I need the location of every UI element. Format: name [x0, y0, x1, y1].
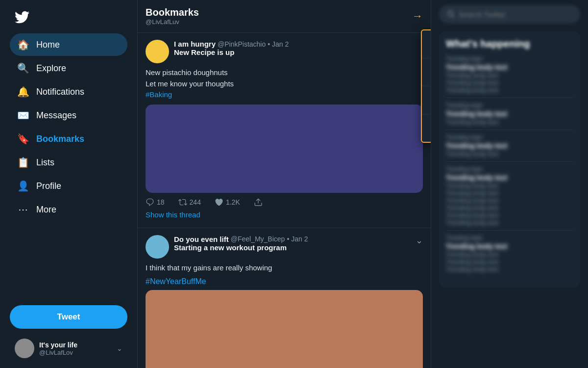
trending-body-sub: Trending body text [446, 86, 573, 94]
sidebar-item-home[interactable]: 🏠 Home [10, 33, 127, 56]
sidebar: 🏠 Home 🔍 Explore 🔔 Notifications ✉️ Mess… [0, 0, 137, 368]
user-info: It's your life @LivLafLov [39, 341, 112, 356]
avatar [146, 40, 169, 63]
search-icon [447, 10, 455, 19]
retweet-action[interactable]: 244 [178, 198, 201, 207]
chevron-down-icon: ⌄ [117, 344, 122, 352]
bookmarks-title-section: Bookmarks @LivLafLuv [146, 7, 199, 26]
trending-body-sub: Trending body text [446, 204, 573, 211]
trending-body-sub: Trending body text [446, 118, 573, 126]
trending-body-sub: Trending body text [446, 251, 573, 258]
trending-body-sub: Trending body text [446, 211, 573, 219]
whats-happening-panel: What's happening Trending topic Trending… [439, 31, 580, 288]
sidebar-item-messages-label: Messages [36, 110, 76, 121]
sidebar-item-notifications[interactable]: 🔔 Notifications [10, 80, 127, 103]
tweet-actions: 18 244 1.2K [146, 198, 423, 207]
trending-body: Trending body text [446, 174, 573, 182]
search-input[interactable] [459, 10, 572, 19]
whats-happening-title: What's happening [446, 38, 573, 50]
trending-body-sub: Trending body text [446, 258, 573, 265]
sidebar-item-more[interactable]: ⋯ More [10, 198, 127, 221]
tweet-date: • Jan 2 [287, 235, 308, 243]
notifications-icon: 🔔 [17, 85, 29, 98]
tweet-image [146, 290, 423, 368]
tweet-author-line: Do you even lift @Feel_My_Bicep • Jan 2 [174, 235, 411, 243]
search-bar[interactable] [439, 5, 580, 24]
home-icon: 🏠 [17, 38, 29, 51]
bookmarks-header: Bookmarks @LivLafLuv → Oldest to Newest … [138, 0, 431, 33]
tweet-author-line: I am hungry @PinkPistachio • Jan 2 [174, 40, 423, 48]
tweet-item[interactable]: Do you even lift @Feel_My_Bicep • Jan 2 … [138, 228, 431, 368]
sidebar-nav: 🏠 Home 🔍 Explore 🔔 Notifications ✉️ Mess… [10, 33, 127, 297]
clear-all-bookmarks-option[interactable]: Clear All Bookmarks [422, 114, 431, 142]
twitter-logo[interactable] [10, 5, 34, 29]
avatar [146, 235, 169, 259]
trending-body-sub: Trending body text [446, 150, 573, 158]
like-action[interactable]: 1.2K [215, 198, 240, 207]
tweet-title: Starting a new workout program [174, 243, 411, 252]
user-handle: @LivLafLov [39, 349, 112, 356]
tweet-button[interactable]: Tweet [10, 305, 127, 329]
trending-topic: Trending topic [446, 102, 573, 109]
trending-body-sub: Trending body text [446, 72, 573, 79]
reply-count: 18 [157, 198, 165, 206]
sort-dropdown-menu: Oldest to Newest Newest to Oldest Search… [421, 29, 431, 143]
avatar [15, 339, 34, 358]
tweet-author-handle: @Feel_My_Bicep [231, 235, 285, 243]
more-options-icon[interactable]: ⌄ [416, 235, 423, 246]
trending-body-sub: Trending body text [446, 79, 573, 86]
tweet-item[interactable]: I am hungry @PinkPistachio • Jan 2 New R… [138, 33, 431, 228]
header-right: → Oldest to Newest Newest to Oldest Sear… [412, 10, 423, 23]
trending-body-sub: Trending body text [446, 182, 573, 189]
sidebar-item-explore[interactable]: 🔍 Explore [10, 57, 127, 79]
trending-section: Trending topic Trending body text Trendi… [446, 134, 573, 162]
bookmarks-icon: 🔖 [17, 132, 29, 145]
tweet-meta: Do you even lift @Feel_My_Bicep • Jan 2 … [174, 235, 411, 254]
like-count: 1.2K [226, 198, 240, 206]
search-bookmarks-option[interactable]: Search Bookmarks [422, 86, 431, 114]
sidebar-item-notifications-label: Notifications [36, 87, 84, 97]
tweet-header: I am hungry @PinkPistachio • Jan 2 New R… [146, 40, 423, 63]
tweet-date: • Jan 2 [268, 40, 289, 48]
trending-topic: Trending topic [446, 134, 573, 141]
reply-action[interactable]: 18 [146, 198, 165, 207]
newest-to-oldest-option[interactable]: Newest to Oldest [422, 58, 431, 86]
trending-body: Trending body text [446, 242, 573, 250]
sidebar-item-messages[interactable]: ✉️ Messages [10, 104, 127, 127]
sidebar-item-profile[interactable]: 👤 Profile [10, 175, 127, 197]
oldest-to-newest-option[interactable]: Oldest to Newest [422, 30, 431, 58]
sidebar-item-bookmarks-label: Bookmarks [36, 134, 84, 144]
arrow-right-icon: → [412, 10, 423, 23]
trending-body-sub: Trending body text [446, 265, 573, 273]
explore-icon: 🔍 [17, 62, 29, 75]
retweet-count: 244 [190, 198, 201, 206]
trending-body-sub: Trending body text [446, 189, 573, 197]
tweet-body: New pistachio doughnutsLet me know your … [146, 67, 423, 101]
tweet-header: Do you even lift @Feel_My_Bicep • Jan 2 … [146, 235, 423, 259]
tweet-author-name: I am hungry [174, 40, 216, 48]
tweet-author-name: Do you even lift [174, 235, 229, 243]
show-thread-link[interactable]: Show this thread [146, 207, 423, 221]
main-content: Bookmarks @LivLafLuv → Oldest to Newest … [137, 0, 431, 368]
bookmarks-handle: @LivLafLuv [146, 18, 199, 26]
share-action[interactable] [254, 198, 263, 207]
trending-section: Trending topic Trending body text Trendi… [446, 102, 573, 130]
trending-section: Trending topic Trending body text Trendi… [446, 235, 573, 277]
tweet-meta: I am hungry @PinkPistachio • Jan 2 New R… [174, 40, 423, 58]
sidebar-item-profile-label: Profile [36, 181, 61, 191]
tweet-image [146, 105, 423, 193]
trending-section: Trending topic Trending body text Trendi… [446, 166, 573, 231]
sidebar-item-bookmarks[interactable]: 🔖 Bookmarks [10, 128, 127, 150]
tweet-hashtag: #NewYearBuffMe [146, 277, 206, 286]
tweet-author-handle: @PinkPistachio [218, 40, 266, 48]
trending-topic: Trending topic [446, 235, 573, 241]
tweet-title: New Recipe is up [174, 48, 423, 56]
trending-body-sub: Trending body text [446, 197, 573, 204]
bookmarks-title: Bookmarks [146, 7, 199, 18]
trending-section: Trending topic Trending body text Trendi… [446, 55, 573, 98]
messages-icon: ✉️ [17, 109, 29, 122]
user-profile[interactable]: It's your life @LivLafLov ⌄ [10, 334, 127, 363]
lists-icon: 📋 [17, 156, 29, 169]
sidebar-item-lists[interactable]: 📋 Lists [10, 151, 127, 174]
trending-body: Trending body text [446, 142, 573, 150]
